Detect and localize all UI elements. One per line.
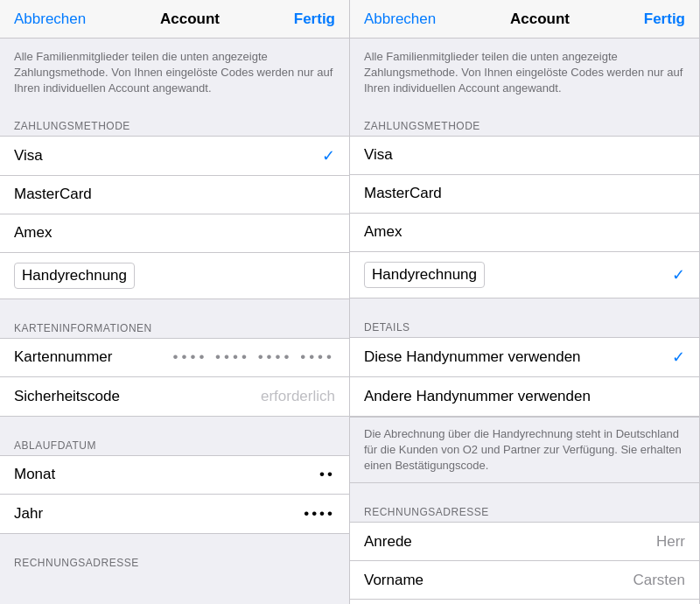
table-row[interactable]: Visa ✓ <box>0 137 349 176</box>
right-details-header: DETAILS <box>350 316 699 337</box>
right-info-text: Die Abrechnung über die Handyrechnung st… <box>350 417 699 484</box>
monat-label: Monat <box>14 466 55 483</box>
table-row[interactable]: Nachname Nachname... <box>350 600 699 604</box>
right-nav-title: Account <box>510 11 570 28</box>
right-panel: Abbrechen Account Fertig Alle Familienmi… <box>350 0 700 604</box>
right-handyrechnung-checkmark: ✓ <box>672 265 685 284</box>
table-row[interactable]: Jahr •••• <box>0 495 349 533</box>
left-nav-bar: Abbrechen Account Fertig <box>0 0 349 39</box>
diese-handynummer-checkmark: ✓ <box>672 348 685 367</box>
kartennummer-value: •••• •••• •••• •••• <box>173 348 335 366</box>
right-spacer-1 <box>350 108 699 115</box>
andere-handynummer-label: Andere Handynummer verwenden <box>364 388 591 405</box>
table-row[interactable]: MasterCard <box>350 175 699 214</box>
table-row[interactable]: Amex <box>0 214 349 253</box>
table-row[interactable]: Monat •• <box>0 456 349 495</box>
right-spacer-2 <box>350 298 699 316</box>
table-row[interactable]: Amex <box>350 214 699 252</box>
right-amex-label: Amex <box>364 223 402 241</box>
left-spacer-2 <box>0 299 349 317</box>
table-row[interactable]: MasterCard <box>0 176 349 214</box>
sicherheitscode-label: Sicherheitscode <box>14 388 120 405</box>
left-spacer-1 <box>0 108 349 115</box>
table-row[interactable]: Diese Handynummer verwenden ✓ <box>350 338 699 377</box>
mastercard-label: MasterCard <box>14 186 92 203</box>
left-expiry-table: Monat •• Jahr •••• <box>0 455 349 534</box>
right-details-table: Diese Handynummer verwenden ✓ Andere Han… <box>350 337 699 417</box>
left-nav-title: Account <box>160 11 220 28</box>
visa-label: Visa <box>14 147 43 165</box>
right-done-button[interactable]: Fertig <box>644 11 685 28</box>
right-payment-header: ZAHLUNGSMETHODE <box>350 115 699 136</box>
anrede-label: Anrede <box>364 533 412 551</box>
left-card-table: Kartennummer •••• •••• •••• •••• Sicherh… <box>0 338 349 417</box>
table-row[interactable]: Sicherheitscode erforderlich <box>0 377 349 416</box>
left-cancel-button[interactable]: Abbrechen <box>14 11 86 28</box>
left-panel: Abbrechen Account Fertig Alle Familienmi… <box>0 0 350 604</box>
kartennummer-label: Kartennummer <box>14 348 112 366</box>
table-row[interactable]: Handyrechnung <box>0 253 349 298</box>
table-row[interactable]: Visa <box>350 137 699 175</box>
sicherheitscode-placeholder: erforderlich <box>261 388 335 405</box>
visa-checkmark: ✓ <box>322 146 335 165</box>
right-spacer-3 <box>350 483 699 501</box>
handyrechnung-label: Handyrechnung <box>14 263 135 289</box>
right-handyrechnung-label: Handyrechnung <box>364 262 485 288</box>
left-card-header: KARTENINFORMATIONEN <box>0 317 349 338</box>
vorname-label: Vorname <box>364 572 424 589</box>
left-description: Alle Familienmitglieder teilen die unten… <box>0 39 349 108</box>
right-payment-table: Visa MasterCard Amex Handyrechnung ✓ <box>350 136 699 298</box>
right-cancel-button[interactable]: Abbrechen <box>364 11 436 28</box>
left-spacer-4 <box>0 534 349 551</box>
vorname-value: Carsten <box>633 572 685 589</box>
jahr-label: Jahr <box>14 505 43 523</box>
table-row[interactable]: Anrede Herr <box>350 523 699 561</box>
right-nav-bar: Abbrechen Account Fertig <box>350 0 699 39</box>
right-billing-table: Anrede Herr Vorname Carsten Nachname Nac… <box>350 522 699 604</box>
left-expiry-header: ABLAUFDATUM <box>0 434 349 455</box>
right-mastercard-label: MasterCard <box>364 185 442 202</box>
right-billing-header: RECHNUNGSADRESSE <box>350 501 699 522</box>
right-description: Alle Familienmitglieder teilen die unten… <box>350 39 699 108</box>
table-row[interactable]: Vorname Carsten <box>350 561 699 600</box>
anrede-value: Herr <box>656 533 685 551</box>
right-visa-label: Visa <box>364 146 393 164</box>
jahr-value: •••• <box>304 505 335 523</box>
table-row[interactable]: Kartennummer •••• •••• •••• •••• <box>0 339 349 377</box>
table-row[interactable]: Andere Handynummer verwenden <box>350 377 699 416</box>
left-payment-header: ZAHLUNGSMETHODE <box>0 115 349 136</box>
left-spacer-3 <box>0 417 349 434</box>
left-payment-table: Visa ✓ MasterCard Amex Handyrechnung <box>0 136 349 299</box>
table-row[interactable]: Handyrechnung ✓ <box>350 252 699 298</box>
left-done-button[interactable]: Fertig <box>294 11 335 28</box>
left-billing-header: RECHNUNGSADRESSE <box>0 551 349 572</box>
amex-label: Amex <box>14 224 52 242</box>
monat-value: •• <box>319 466 335 483</box>
diese-handynummer-label: Diese Handynummer verwenden <box>364 348 581 366</box>
